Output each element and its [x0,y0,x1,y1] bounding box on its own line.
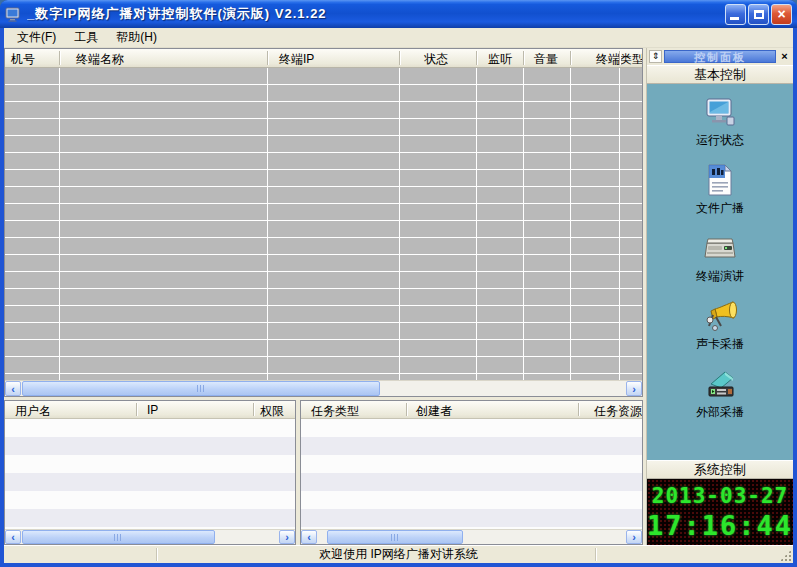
col-task-type[interactable]: 任务类型 [311,403,359,419]
terminal-speech-icon [703,232,737,264]
scroll-thumb[interactable] [22,381,380,396]
item-label: 终端演讲 [696,268,744,285]
scroll-left-icon[interactable]: ‹ [5,381,21,396]
scroll-track[interactable] [317,530,626,544]
resize-grip-icon[interactable] [779,549,792,562]
status-bar: 欢迎使用 IP网络广播对讲系统 [4,545,793,563]
close-button[interactable]: × [771,4,792,25]
column-separator[interactable] [523,51,524,65]
panel-close-icon[interactable]: × [778,50,791,63]
menu-help[interactable]: 帮助(H) [107,28,166,48]
item-label: 文件广播 [696,200,744,217]
column-separator[interactable] [399,51,400,65]
item-label: 外部采播 [696,404,744,421]
item-external-capture[interactable]: 外部采播 [696,368,744,421]
col-permission[interactable]: 权限 [260,403,284,419]
tasks-table: 任务类型 创建者 任务资源 ‹ › [300,400,643,545]
scroll-right-icon[interactable]: › [626,381,642,396]
control-panel-title[interactable]: 控制面板 [664,50,776,63]
window-controls: × [725,4,792,25]
window-title: _数字IP网络广播对讲控制软件(演示版) V2.1.22 [27,5,725,23]
scroll-right-icon[interactable]: › [279,530,295,544]
grid-line [619,68,620,380]
file-broadcast-icon [703,164,737,196]
bottom-panels: 用户名 IP 权限 ‹ › [4,400,643,545]
statusbar-divider [156,548,157,561]
thumb-grip-icon [391,534,400,541]
clock-time: 17:16:44 [647,510,793,542]
tasks-hscrollbar[interactable]: ‹ › [301,529,642,544]
column-separator[interactable] [59,51,60,65]
col-status[interactable]: 状态 [424,51,448,68]
statusbar-divider [595,548,596,561]
section-system-control[interactable]: 系统控制 [647,460,793,479]
control-panel-titlebar: ⇕ 控制面板 × [647,48,793,65]
col-user-ip[interactable]: IP [147,403,158,417]
users-table-body [5,419,295,529]
run-status-monitor-icon [703,96,737,128]
grid-line [476,68,477,380]
terminals-table-header[interactable]: 机号 终端名称 终端IP 状态 监听 音量 终端类型 [5,49,642,68]
users-hscrollbar[interactable]: ‹ › [5,529,295,544]
column-separator[interactable] [253,403,254,416]
column-separator[interactable] [619,51,620,65]
menu-tools[interactable]: 工具 [65,28,107,48]
tasks-table-body [301,419,642,529]
scroll-thumb[interactable] [327,530,463,544]
column-separator[interactable] [578,403,579,416]
maximize-icon [754,10,764,19]
grid-line [399,68,400,380]
column-separator[interactable] [570,51,571,65]
users-table-header[interactable]: 用户名 IP 权限 [5,401,295,419]
column-separator[interactable] [136,403,137,416]
scroll-thumb[interactable] [22,530,215,544]
grid-line [523,68,524,380]
grid-line [267,68,268,380]
minimize-icon [730,17,739,20]
column-separator[interactable] [406,403,407,416]
left-column: 机号 终端名称 终端IP 状态 监听 音量 终端类型 [4,48,646,545]
item-run-status[interactable]: 运行状态 [696,96,744,149]
external-capture-icon [703,368,737,400]
col-volume[interactable]: 音量 [534,51,558,68]
scroll-track[interactable] [21,381,626,396]
tasks-table-header[interactable]: 任务类型 创建者 任务资源 [301,401,642,419]
scroll-left-icon[interactable]: ‹ [5,530,21,544]
item-terminal-speech[interactable]: 终端演讲 [696,232,744,285]
section-basic-control[interactable]: 基本控制 [647,65,793,84]
col-terminal-ip[interactable]: 终端IP [279,51,314,68]
users-table: 用户名 IP 权限 ‹ › [4,400,296,545]
item-label: 运行状态 [696,132,744,149]
menubar: 文件(F) 工具 帮助(H) [4,28,793,48]
col-machine-no[interactable]: 机号 [11,51,35,68]
terminals-table: 机号 终端名称 终端IP 状态 监听 音量 终端类型 [4,48,643,397]
item-soundcard-capture[interactable]: 声卡采播 [696,300,744,353]
column-separator[interactable] [267,51,268,65]
grid-line [59,68,60,380]
minimize-button[interactable] [725,4,746,25]
control-panel-body: 运行状态 [647,84,793,460]
terminals-table-body [5,68,642,380]
collapse-icon[interactable]: ⇕ [649,50,662,63]
item-file-broadcast[interactable]: 文件广播 [696,164,744,217]
app-icon [5,6,23,22]
col-terminal-name[interactable]: 终端名称 [76,51,124,68]
thumb-grip-icon [114,534,123,541]
col-monitor[interactable]: 监听 [488,51,512,68]
maximize-button[interactable] [748,4,769,25]
status-message: 欢迎使用 IP网络广播对讲系统 [319,546,478,563]
column-separator[interactable] [476,51,477,65]
terminals-hscrollbar[interactable]: ‹ › [5,380,642,396]
menu-file[interactable]: 文件(F) [8,28,65,48]
digital-clock: 2013-03-27 17:16:44 [647,479,793,545]
scroll-right-icon[interactable]: › [626,530,642,544]
grid-line [570,68,571,380]
titlebar[interactable]: _数字IP网络广播对讲控制软件(演示版) V2.1.22 × [0,0,797,28]
col-username[interactable]: 用户名 [15,403,51,419]
scroll-track[interactable] [21,530,279,544]
scroll-left-icon[interactable]: ‹ [301,530,317,544]
col-creator[interactable]: 创建者 [416,403,452,419]
control-panel: ⇕ 控制面板 × 基本控制 [646,48,793,545]
item-label: 声卡采播 [696,336,744,353]
col-task-resource[interactable]: 任务资源 [594,403,642,419]
